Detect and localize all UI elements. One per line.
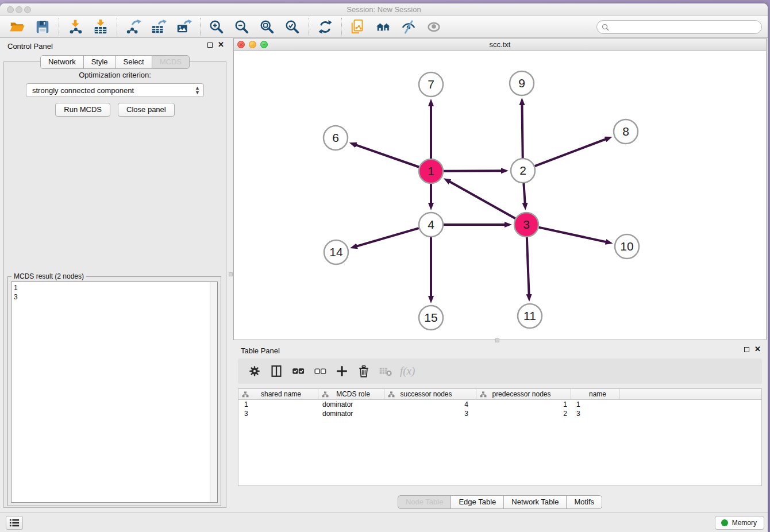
mcds-result-area[interactable]: 1 3 bbox=[11, 282, 218, 503]
select-all-columns-icon[interactable] bbox=[290, 363, 307, 379]
close-table-panel-icon[interactable]: ✕ bbox=[754, 346, 761, 352]
close-panel-icon[interactable]: ✕ bbox=[218, 42, 224, 48]
edge-2-3[interactable] bbox=[523, 183, 525, 203]
result-scrollbar[interactable] bbox=[210, 282, 217, 502]
show-all-icon[interactable] bbox=[425, 18, 442, 36]
control-panel-header: Control Panel ✕ bbox=[0, 38, 230, 54]
network-canvas-svg[interactable]: 7968124314101511 bbox=[234, 51, 766, 340]
delete-column-icon[interactable] bbox=[355, 363, 372, 379]
export-table-icon[interactable] bbox=[150, 18, 167, 36]
function-builder-icon[interactable]: f(x) bbox=[400, 365, 415, 377]
splitter-handle[interactable] bbox=[495, 338, 499, 342]
node-1[interactable]: 1 bbox=[419, 159, 443, 183]
network-window-titlebar: ✕ − + scc.txt bbox=[234, 38, 766, 51]
table-body: 1dominator4113dominator323 bbox=[238, 400, 761, 418]
memory-button[interactable]: Memory bbox=[715, 516, 764, 530]
search-input[interactable] bbox=[609, 22, 761, 32]
show-column-panel-icon[interactable] bbox=[268, 363, 285, 379]
cell-name[interactable]: 3 bbox=[571, 409, 619, 418]
column-header-name[interactable]: name bbox=[571, 389, 619, 399]
node-15[interactable]: 15 bbox=[419, 306, 443, 330]
float-panel-icon[interactable] bbox=[207, 43, 213, 48]
table-toolbar: f(x) bbox=[238, 358, 762, 384]
column-header-predecessor-nodes[interactable]: predecessor nodes bbox=[476, 389, 571, 399]
cell-mcds-role[interactable]: dominator bbox=[318, 409, 384, 418]
column-label: predecessor nodes bbox=[492, 390, 550, 398]
zoom-out-icon[interactable] bbox=[233, 18, 251, 36]
edge-2-8[interactable] bbox=[535, 139, 606, 166]
cell-predecessor-nodes[interactable]: 2 bbox=[476, 409, 571, 418]
edge-2-9[interactable] bbox=[522, 105, 522, 158]
refresh-icon[interactable] bbox=[317, 18, 334, 36]
open-session-icon[interactable] bbox=[9, 18, 26, 36]
zoom-fit-icon[interactable] bbox=[259, 18, 276, 36]
cell-successor-nodes[interactable]: 3 bbox=[384, 409, 476, 418]
import-table-icon[interactable] bbox=[92, 18, 109, 36]
cell-name[interactable]: 1 bbox=[571, 400, 619, 409]
application-window: Session: New Session Control Panel bbox=[0, 3, 768, 532]
node-3[interactable]: 3 bbox=[514, 213, 538, 237]
run-mcds-button[interactable]: Run MCDS bbox=[55, 103, 110, 117]
column-header-successor-nodes[interactable]: successor nodes bbox=[384, 389, 476, 399]
float-table-panel-icon[interactable] bbox=[744, 347, 749, 352]
list-icon bbox=[9, 518, 20, 528]
column-type-icon bbox=[242, 391, 249, 398]
edge-1-2[interactable] bbox=[444, 171, 502, 171]
node-6[interactable]: 6 bbox=[324, 126, 348, 150]
cell-mcds-role[interactable]: dominator bbox=[318, 400, 384, 409]
node-7[interactable]: 7 bbox=[419, 72, 443, 97]
cell-shared-name[interactable]: 1 bbox=[238, 400, 318, 409]
first-neighbors-icon[interactable] bbox=[375, 18, 392, 36]
zoom-in-icon[interactable] bbox=[208, 18, 225, 36]
close-panel-button[interactable]: Close panel bbox=[118, 103, 175, 117]
edge-3-11[interactable] bbox=[527, 237, 529, 295]
node-14[interactable]: 14 bbox=[324, 240, 348, 264]
tab-style[interactable]: Style bbox=[83, 55, 116, 69]
edge-3-1[interactable] bbox=[449, 182, 515, 218]
tab-edge-table[interactable]: Edge Table bbox=[451, 495, 504, 509]
tab-motifs[interactable]: Motifs bbox=[566, 495, 602, 509]
criterion-value: strongly connected component bbox=[32, 86, 134, 95]
criterion-select[interactable]: strongly connected component ▲▼ bbox=[26, 83, 204, 97]
save-session-icon[interactable] bbox=[34, 18, 51, 36]
tab-network-table[interactable]: Network Table bbox=[503, 495, 567, 509]
table-row[interactable]: 1dominator411 bbox=[238, 400, 761, 409]
node-10[interactable]: 10 bbox=[615, 234, 639, 259]
tab-mcds[interactable]: MCDS bbox=[152, 55, 190, 69]
cell-successor-nodes[interactable]: 4 bbox=[384, 400, 476, 409]
node-4[interactable]: 4 bbox=[419, 213, 443, 237]
column-header-mcds-role[interactable]: MCDS role bbox=[318, 389, 384, 399]
unselect-all-columns-icon[interactable] bbox=[311, 363, 329, 379]
tab-select[interactable]: Select bbox=[116, 55, 152, 69]
column-type-icon bbox=[322, 391, 329, 398]
edge-4-14[interactable] bbox=[357, 228, 419, 246]
tab-network[interactable]: Network bbox=[40, 55, 84, 69]
delete-table-icon[interactable] bbox=[377, 363, 394, 379]
table-row[interactable]: 3dominator323 bbox=[238, 409, 761, 418]
node-2[interactable]: 2 bbox=[511, 159, 535, 183]
node-9[interactable]: 9 bbox=[510, 71, 534, 95]
cell-shared-name[interactable]: 3 bbox=[238, 409, 318, 418]
edge-1-6[interactable] bbox=[356, 145, 419, 167]
node-8[interactable]: 8 bbox=[614, 119, 638, 144]
edge-3-10[interactable] bbox=[538, 228, 606, 242]
node-11[interactable]: 11 bbox=[518, 304, 542, 328]
clone-network-icon[interactable] bbox=[349, 18, 367, 36]
control-panel-title: Control Panel bbox=[7, 42, 53, 51]
toolbar-separator bbox=[309, 18, 309, 36]
add-column-icon[interactable] bbox=[333, 363, 351, 379]
splitter-handle[interactable] bbox=[229, 272, 233, 276]
hide-selected-icon[interactable] bbox=[400, 18, 417, 36]
task-history-button[interactable] bbox=[6, 516, 23, 530]
cell-predecessor-nodes[interactable]: 1 bbox=[476, 400, 571, 409]
export-network-icon[interactable] bbox=[125, 18, 142, 36]
zoom-selected-icon[interactable] bbox=[284, 18, 301, 36]
tab-node-table[interactable]: Node Table bbox=[398, 495, 452, 509]
column-header-shared-name[interactable]: shared name bbox=[238, 389, 318, 399]
import-network-icon[interactable] bbox=[67, 18, 84, 36]
search-field[interactable] bbox=[596, 20, 762, 34]
export-image-icon[interactable] bbox=[175, 18, 192, 36]
svg-text:15: 15 bbox=[424, 311, 437, 324]
svg-text:7: 7 bbox=[428, 78, 434, 91]
gear-icon[interactable] bbox=[246, 363, 263, 379]
